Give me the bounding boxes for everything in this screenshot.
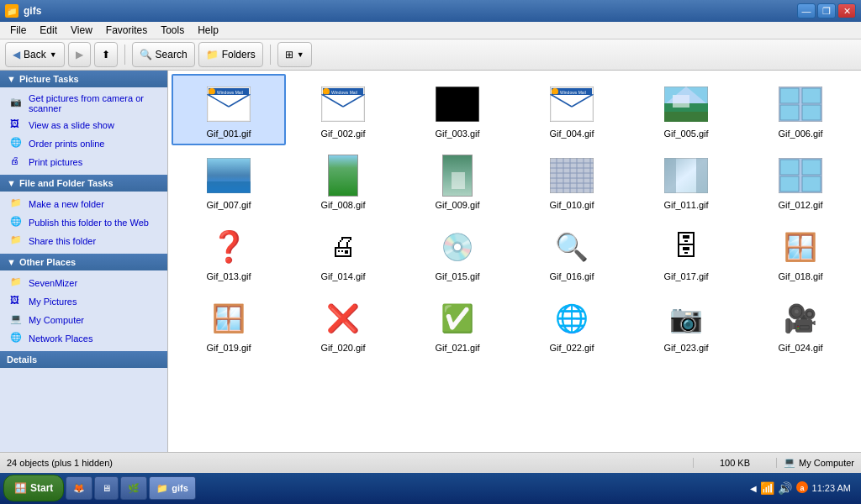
menu-edit[interactable]: Edit — [33, 23, 64, 38]
svg-rect-37 — [802, 105, 821, 120]
check-icon: ✅ — [441, 302, 474, 334]
file-name-024: Gif_024.gif — [778, 343, 822, 353]
file-item-014[interactable]: 🖨 Gif_014.gif — [286, 217, 400, 288]
menu-tools[interactable]: Tools — [154, 23, 191, 38]
svg-text:Windows Mail: Windows Mail — [331, 90, 357, 95]
file-item-012[interactable]: Gif_012.gif — [743, 145, 858, 217]
other-places-header[interactable]: ▼ Other Places — [0, 254, 167, 270]
sidebar-network-places[interactable]: 🌐 Network Places — [0, 329, 167, 348]
windows-mail-thumb-1: Windows Mail — [207, 87, 251, 122]
file-item-001[interactable]: Windows Mail Gif_001.gif — [172, 74, 286, 145]
sidebar-share[interactable]: 📁 Share this folder — [0, 232, 167, 250]
sidebar-new-folder[interactable]: 📁 Make a new folder — [0, 195, 167, 213]
up-button[interactable]: ⬆ — [94, 42, 118, 67]
views-dropdown-icon: ▼ — [297, 50, 304, 59]
minimize-button[interactable]: — — [797, 3, 816, 18]
start-button[interactable]: 🪟 Start — [3, 475, 64, 501]
picture-tasks-content: 📷 Get pictures from camera or scanner 🖼 … — [0, 87, 167, 175]
sidebar-publish-web[interactable]: 🌐 Publish this folder to the Web — [0, 213, 167, 232]
thumb-002: Windows Mail — [318, 81, 368, 127]
file-folder-tasks-header[interactable]: ▼ File and Folder Tasks — [0, 175, 167, 192]
windows-mail-thumb-4: Windows Mail — [550, 87, 594, 122]
close-button[interactable]: ✕ — [837, 3, 856, 18]
antivirus-tray-icon: a — [795, 480, 809, 496]
file-item-005[interactable]: Gif_005.gif — [629, 74, 743, 145]
menu-help[interactable]: Help — [191, 23, 225, 38]
file-area[interactable]: Windows Mail Gif_001.gif — [168, 71, 861, 452]
taskbar-explorer[interactable]: 🖥 — [94, 476, 119, 500]
file-item-010[interactable]: Gif_010.gif — [515, 145, 629, 217]
sidebar-publish-label: Publish this folder to the Web — [29, 218, 149, 228]
status-size: 100 KB — [693, 458, 777, 468]
file-item-008[interactable]: Gif_008.gif — [286, 145, 400, 217]
toolbar-separator-2 — [270, 45, 271, 65]
file-item-006[interactable]: Gif_006.gif — [743, 74, 858, 145]
waterfall-thumb — [664, 158, 708, 193]
picture-tasks-header[interactable]: ▼ Picture Tasks — [0, 71, 167, 87]
file-item-024[interactable]: 🎥 Gif_024.gif — [743, 288, 858, 360]
sidebar-my-computer[interactable]: 💻 My Computer — [0, 311, 167, 329]
systray-arrow-icon[interactable]: ◀ — [750, 484, 757, 493]
teal-portrait-thumb — [442, 155, 473, 197]
sidebar-my-pictures-label: My Pictures — [29, 297, 77, 307]
file-item-021[interactable]: ✅ Gif_021.gif — [400, 288, 515, 360]
sidebar-my-pictures[interactable]: 🖼 My Pictures — [0, 292, 167, 311]
time-display: 11:23 AM — [812, 483, 851, 493]
forward-button[interactable]: ▶ — [68, 42, 91, 67]
maximize-button[interactable]: ❐ — [817, 3, 836, 18]
taskbar-firefox[interactable]: 🦊 — [66, 476, 92, 500]
file-item-016[interactable]: 🔍 Gif_016.gif — [515, 217, 629, 288]
menu-file[interactable]: File — [3, 23, 33, 38]
error-icon: ❌ — [326, 302, 360, 334]
black-thumb — [436, 87, 479, 122]
file-item-018[interactable]: 🪟 Gif_018.gif — [743, 217, 858, 288]
file-item-003[interactable]: Gif_003.gif — [400, 74, 515, 145]
thumb-022: 🌐 — [547, 295, 597, 341]
sidebar-get-pictures[interactable]: 📷 Get pictures from camera or scanner — [0, 91, 167, 116]
app3-icon: 🌿 — [128, 483, 140, 494]
file-item-015[interactable]: 💿 Gif_015.gif — [400, 217, 515, 288]
sidebar-sevenmizer[interactable]: 📁 SevenMizer — [0, 274, 167, 292]
explorer-icon: 🖥 — [102, 483, 111, 493]
file-item-002[interactable]: Windows Mail Gif_002.gif — [286, 74, 400, 145]
menu-view[interactable]: View — [64, 23, 99, 38]
taskbar-active-gifs[interactable]: 📁 gifs — [149, 476, 196, 500]
file-item-019[interactable]: 🪟 Gif_019.gif — [172, 288, 286, 360]
svg-point-12 — [323, 88, 330, 95]
file-item-009[interactable]: Gif_009.gif — [400, 145, 515, 217]
details-label: Details — [7, 354, 37, 365]
file-item-022[interactable]: 🌐 Gif_022.gif — [515, 288, 629, 360]
back-dropdown-icon[interactable]: ▼ — [50, 50, 57, 59]
thumb-003 — [432, 81, 483, 127]
file-name-015: Gif_015.gif — [435, 271, 479, 281]
thumb-017: 🗄 — [661, 223, 711, 270]
svg-rect-42 — [452, 172, 465, 189]
landscape-thumb — [664, 87, 708, 122]
taskbar-app3[interactable]: 🌿 — [120, 476, 147, 500]
question-icon: ❓ — [210, 229, 248, 265]
folders-button[interactable]: 📁 Folders — [198, 42, 263, 67]
back-button[interactable]: ◀ Back ▼ — [5, 42, 65, 67]
views-button[interactable]: ⊞ ▼ — [277, 42, 312, 67]
thumb-013: ❓ — [203, 223, 254, 270]
systray: ◀ 📶 🔊 a 11:23 AM — [743, 473, 858, 504]
status-computer: 💻 My Computer — [777, 457, 854, 468]
file-item-020[interactable]: ❌ Gif_020.gif — [286, 288, 400, 360]
other-places-label: Other Places — [19, 257, 76, 267]
sidebar-slideshow[interactable]: 🖼 View as a slide show — [0, 116, 167, 134]
file-item-011[interactable]: Gif_011.gif — [629, 145, 743, 217]
menu-favorites[interactable]: Favorites — [99, 23, 154, 38]
file-name-018: Gif_018.gif — [778, 271, 822, 281]
thumb-014: 🖨 — [318, 223, 368, 270]
file-item-023[interactable]: 📷 Gif_023.gif — [629, 288, 743, 360]
file-item-007[interactable]: Gif_007.gif — [172, 145, 286, 217]
file-item-004[interactable]: Windows Mail Gif_004.gif — [515, 74, 629, 145]
search-button[interactable]: 🔍 Search — [132, 42, 195, 67]
details-header[interactable]: Details — [0, 351, 167, 368]
sidebar-print[interactable]: 🖨 Print pictures — [0, 153, 167, 171]
file-item-017[interactable]: 🗄 Gif_017.gif — [629, 217, 743, 288]
thumb-016: 🔍 — [547, 223, 597, 270]
sidebar-order-prints[interactable]: 🌐 Order prints online — [0, 134, 167, 153]
file-item-013[interactable]: ❓ Gif_013.gif — [172, 217, 286, 288]
blue-water-thumb — [207, 158, 251, 193]
